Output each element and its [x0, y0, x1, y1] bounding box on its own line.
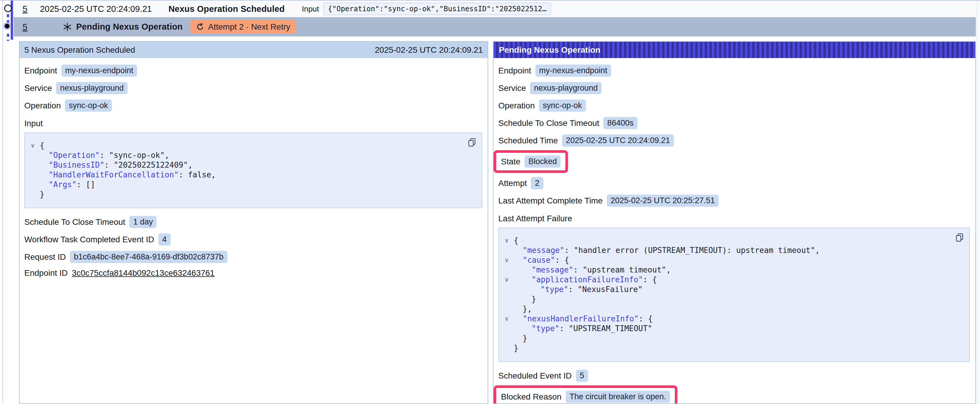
event-id-link[interactable]: 5: [22, 22, 28, 32]
json-code-text: "cause": {: [514, 255, 569, 265]
event-timestamp: 2025-02-25 UTC 20:24:09.21: [40, 4, 152, 14]
chevron-gutter: [505, 343, 514, 353]
json-code-text: "type": "NexusFailure": [514, 285, 643, 295]
collapse-chevron-icon[interactable]: ∨: [505, 314, 514, 324]
field-row: Attempt2: [498, 177, 970, 189]
field-label: Schedule To Close Timeout: [498, 119, 599, 128]
collapse-chevron-icon[interactable]: ∨: [505, 275, 514, 285]
json-code-text: "nexusHandlerFailureInfo": {: [514, 314, 652, 324]
event-id-link[interactable]: 5: [22, 4, 28, 14]
pending-nexus-operation-row[interactable]: 5 Pending Nexus Operation Attempt 2 · Ne…: [14, 17, 976, 36]
timeline-dashed-connector: [7, 34, 9, 41]
json-value: {: [514, 236, 519, 245]
json-code-text: "type": "UPSTREAM_TIMEOUT": [514, 324, 652, 334]
json-code-line: }: [505, 334, 948, 343]
field-row: Operationsync-op-ok: [24, 100, 482, 112]
copy-icon: [468, 138, 476, 147]
json-code-line: },: [505, 304, 948, 314]
json-value: }: [523, 334, 527, 343]
json-code-line: "message": "handler error (UPSTREAM_TIME…: [505, 246, 948, 255]
json-code-line: ∨"nexusHandlerFailureInfo": {: [505, 314, 948, 324]
event-input-preview-badge: {"Operation":"sync-op-ok","BusinessID":"…: [323, 3, 551, 15]
json-value: : {: [643, 275, 657, 284]
chevron-gutter: [505, 265, 514, 275]
retry-attempt-badge: Attempt 2 · Next Retry: [191, 20, 296, 34]
field-value-badge: Blocked: [524, 155, 561, 168]
retry-icon: [196, 22, 205, 32]
field-value-badge: 2: [531, 177, 543, 189]
field-value-badge: The circuit breaker is open.: [566, 391, 670, 403]
json-code-line: "type": "NexusFailure": [505, 285, 948, 295]
json-key: "type": [531, 324, 559, 333]
event-row-nexus-operation-scheduled[interactable]: 5 2025-02-25 UTC 20:24:09.21 Nexus Opera…: [14, 1, 976, 17]
field-row: Scheduled Time2025-02-25 UTC 20:24:09.21: [498, 135, 970, 147]
chevron-gutter: [31, 180, 40, 190]
json-code-text: {: [40, 141, 45, 151]
chevron-gutter: [505, 334, 514, 343]
json-code-text: }: [514, 295, 536, 304]
event-input-label: Input: [302, 5, 319, 14]
json-code-line: "HandlerWaitForCancellation": false,: [31, 170, 461, 180]
timeline-dashed-connector: [7, 14, 9, 23]
json-value: }: [531, 295, 536, 304]
collapse-chevron-icon[interactable]: ∨: [505, 236, 514, 246]
field-label: Last Attempt Complete Time: [498, 196, 603, 206]
field-value-badge: 86400s: [603, 117, 637, 129]
json-code-text: }: [514, 343, 519, 353]
copy-button[interactable]: [467, 137, 477, 148]
json-key: "Args": [49, 180, 76, 189]
input-section-label: Input: [24, 119, 482, 128]
field-label: Endpoint ID: [24, 268, 68, 278]
json-code-line: ∨{: [31, 141, 461, 151]
scrollbar-track[interactable]: [977, 1, 980, 404]
json-code-text: },: [514, 304, 532, 314]
pending-operation-asterisk-icon: [63, 22, 72, 32]
panel-timestamp: 2025-02-25 UTC 20:24:09.21: [375, 45, 483, 55]
field-row: Endpointmy-nexus-endpoint: [24, 65, 482, 77]
field-row: Schedule To Close Timeout86400s: [498, 117, 970, 129]
field-row: Servicenexus-playground: [24, 82, 482, 94]
event-detail-panel-header: 5 Nexus Operation Scheduled 2025-02-25 U…: [19, 42, 488, 58]
field-value-badge: my-nexus-endpoint: [535, 65, 611, 77]
field-value-badge: 1 day: [129, 216, 157, 228]
field-label: Attempt: [498, 179, 527, 188]
chevron-gutter: [31, 160, 40, 170]
failure-json-viewer: ∨{"message": "handler error (UPSTREAM_TI…: [498, 228, 970, 362]
copy-button[interactable]: [955, 232, 964, 243]
json-code-text: "Args": []: [40, 180, 95, 190]
json-value: }: [514, 344, 519, 352]
json-key: "applicationFailureInfo": [531, 275, 643, 284]
field-value-badge: 4: [158, 233, 170, 246]
chevron-gutter: [31, 170, 40, 180]
field-label: Scheduled Time: [498, 136, 558, 146]
field-value-link[interactable]: 3c0c75ccfa8144b092c13ce632463761: [72, 268, 215, 278]
collapse-chevron-icon[interactable]: ∨: [31, 141, 40, 151]
json-key: "nexusHandlerFailureInfo": [523, 314, 639, 323]
field-label: Service: [24, 84, 52, 93]
left-border-rule: [2, 1, 3, 404]
json-code-line: "Args": []: [31, 180, 461, 190]
field-value-badge: b1c6a4bc-8ee7-468a-9169-df3b02c8737b: [70, 251, 227, 263]
json-code-text: }: [40, 190, 45, 199]
chevron-gutter: [31, 151, 40, 160]
pending-operation-title: Pending Nexus Operation: [76, 22, 183, 32]
event-detail-panels: 5 Nexus Operation Scheduled 2025-02-25 U…: [19, 41, 976, 404]
field-row: Endpointmy-nexus-endpoint: [498, 65, 970, 77]
json-code-text: {: [514, 236, 519, 246]
json-code-line: ∨{: [505, 236, 948, 246]
json-value: : []: [76, 180, 95, 189]
field-value-badge: 2025-02-25 UTC 20:24:09.21: [562, 135, 674, 147]
json-code-text: }: [514, 334, 527, 343]
collapse-chevron-icon[interactable]: ∨: [505, 255, 514, 265]
field-label: Endpoint: [498, 66, 531, 76]
chevron-gutter: [505, 295, 514, 304]
json-value: }: [40, 190, 45, 199]
json-code-text: "applicationFailureInfo": {: [514, 275, 657, 285]
field-value-badge: 2025-02-25 UTC 20:25:27.51: [607, 195, 719, 207]
field-row: Workflow Task Completed Event ID4: [24, 233, 482, 246]
json-key: "message": [531, 265, 573, 274]
field-label: Blocked Reason: [501, 392, 562, 402]
json-code-text: "HandlerWaitForCancellation": false,: [40, 170, 216, 180]
chevron-gutter: [505, 304, 514, 314]
retry-badge-label: Attempt 2 · Next Retry: [208, 22, 290, 32]
